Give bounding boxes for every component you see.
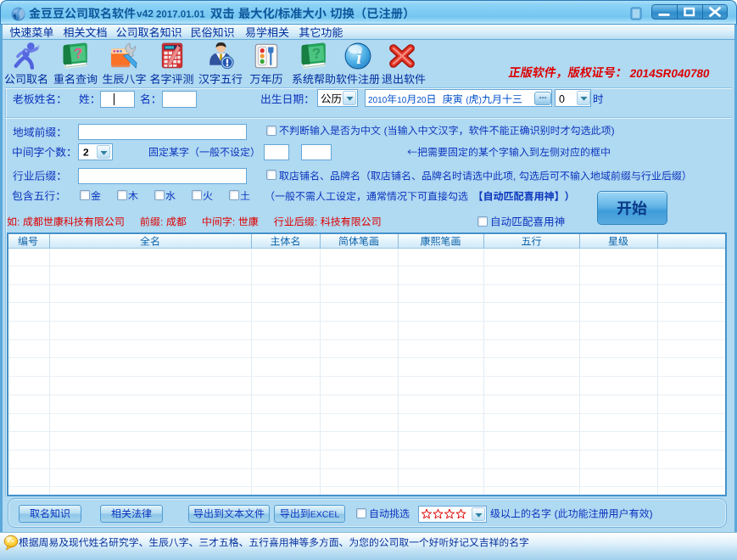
svg-text:?: ?: [311, 45, 321, 62]
svg-text:?: ?: [73, 45, 83, 62]
svg-text:i: i: [356, 48, 361, 67]
